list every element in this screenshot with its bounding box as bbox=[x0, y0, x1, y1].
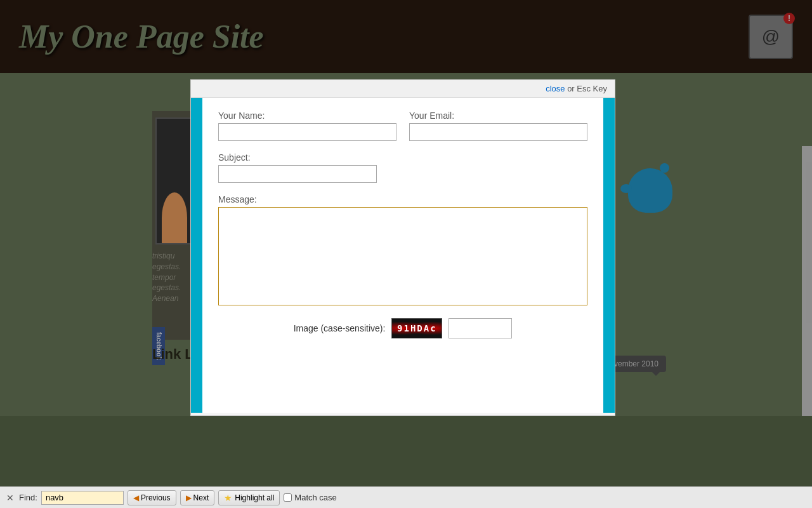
close-link[interactable]: close bbox=[546, 84, 565, 93]
find-close-button[interactable]: ✕ bbox=[5, 493, 15, 503]
modal-form-content: Your Name: Your Email: Subject: bbox=[202, 98, 603, 413]
next-button[interactable]: ▶ Next bbox=[180, 490, 215, 505]
message-label: Message: bbox=[218, 194, 587, 204]
modal-left-accent bbox=[191, 98, 202, 413]
name-input[interactable] bbox=[218, 123, 396, 141]
captcha-code: 91HDAc bbox=[397, 323, 437, 333]
modal-body: Your Name: Your Email: Subject: bbox=[191, 98, 615, 413]
highlight-label: Highlight all bbox=[235, 493, 274, 502]
highlight-star-icon: ★ bbox=[224, 493, 232, 503]
captcha-label: Image (case-sensitive): bbox=[294, 323, 386, 333]
match-case-checkbox[interactable] bbox=[284, 493, 292, 502]
close-hint: or Esc Key bbox=[565, 84, 607, 93]
highlight-all-button[interactable]: ★ Highlight all bbox=[218, 490, 280, 505]
contact-modal: close or Esc Key Your Name: Your Email: bbox=[190, 79, 615, 416]
email-label: Your Email: bbox=[409, 110, 587, 121]
modal-close-bar: close or Esc Key bbox=[191, 80, 615, 98]
email-group: Your Email: bbox=[409, 110, 587, 141]
name-email-row: Your Name: Your Email: bbox=[218, 110, 587, 141]
name-group: Your Name: bbox=[218, 110, 396, 141]
email-input[interactable] bbox=[409, 123, 587, 141]
message-group: Message: bbox=[218, 194, 587, 305]
message-row: Message: bbox=[218, 194, 587, 305]
next-label: Next bbox=[193, 493, 209, 502]
captcha-image: 91HDAc bbox=[391, 318, 442, 338]
modal-right-accent bbox=[603, 98, 615, 413]
previous-button[interactable]: ◀ Previous bbox=[128, 490, 176, 505]
previous-arrow-icon: ◀ bbox=[133, 493, 139, 502]
find-toolbar: ✕ Find: ◀ Previous ▶ Next ★ Highlight al… bbox=[0, 486, 812, 508]
match-case-label[interactable]: Match case bbox=[284, 493, 336, 502]
subject-input[interactable] bbox=[218, 165, 377, 183]
subject-row: Subject: bbox=[218, 152, 587, 183]
find-label: Find: bbox=[19, 493, 37, 502]
captcha-input[interactable] bbox=[449, 318, 512, 338]
subject-label: Subject: bbox=[218, 152, 587, 163]
subject-group: Subject: bbox=[218, 152, 587, 183]
captcha-row: Image (case-sensitive): 91HDAc bbox=[218, 318, 587, 338]
next-arrow-icon: ▶ bbox=[186, 493, 192, 502]
match-case-text: Match case bbox=[294, 493, 336, 502]
find-input[interactable] bbox=[41, 491, 124, 505]
previous-label: Previous bbox=[141, 493, 171, 502]
message-textarea[interactable] bbox=[218, 207, 587, 305]
name-label: Your Name: bbox=[218, 110, 396, 121]
